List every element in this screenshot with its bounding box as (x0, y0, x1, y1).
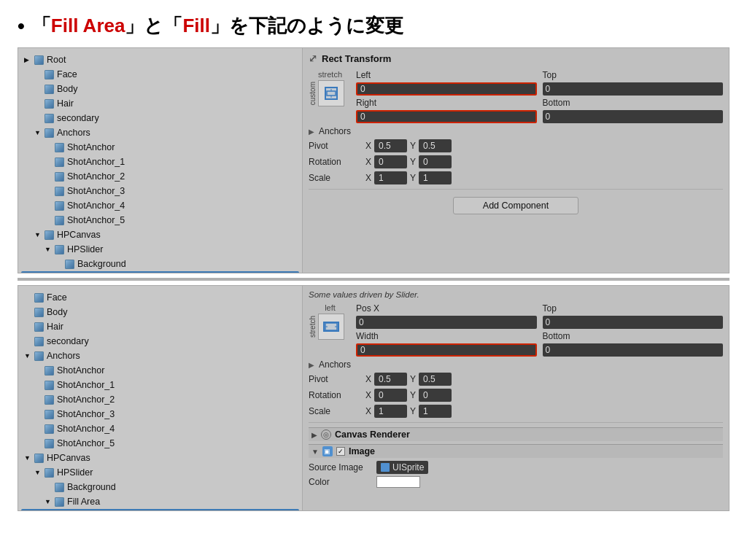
tree-item-face[interactable]: Face (18, 67, 302, 82)
scale-x-value[interactable]: 1 (374, 171, 407, 184)
tree-item-anchors[interactable]: ▼ Anchors (18, 125, 302, 140)
fields-grid-2: Pos X Top 0 0 Width Bottom 0 0 (356, 303, 723, 357)
cube-icon (63, 258, 75, 270)
rotation-x-value-2[interactable]: 0 (374, 389, 407, 402)
stretch-horiz-icon (325, 322, 338, 331)
tree-item2-secondary[interactable]: secondary (18, 334, 302, 349)
tree-item2-background[interactable]: Background (18, 480, 302, 494)
tree-item2-fill[interactable]: Fill (21, 509, 299, 510)
tree-item-shotanchor3[interactable]: ShotAnchor_3 (18, 184, 302, 198)
tree-item-fill-area[interactable]: ▶ Fill Area (21, 271, 299, 273)
hierarchy-tree-2: Face Body Hair se (18, 286, 302, 510)
color-label: Color (309, 477, 371, 487)
tree-item2-shotanchor1[interactable]: ShotAnchor_1 (18, 378, 302, 392)
tree-item-shotanchor4[interactable]: ShotAnchor_4 (18, 198, 302, 213)
arrow-icon: ▼ (34, 129, 42, 136)
pivot-x-value[interactable]: 0.5 (374, 139, 407, 152)
cube-icon (53, 171, 65, 182)
tree-item2-shotanchor4[interactable]: ShotAnchor_4 (18, 421, 302, 436)
tree-item-background[interactable]: Background (18, 257, 302, 271)
pivot-coord-group: X 0.5 Y 0.5 (365, 139, 452, 152)
cube-icon (33, 335, 44, 347)
tree-item2-anchors[interactable]: ▼ Anchors (18, 349, 302, 363)
left-label: Left (356, 70, 537, 80)
cube-icon (43, 69, 55, 80)
tree-item-hpcanvas[interactable]: ▼ HPCanvas (18, 228, 302, 242)
scale-x-label: X (365, 173, 371, 183)
scale-coord-group-2: X 1 Y 1 (365, 405, 452, 418)
tree-panel-2: Face Body Hair se (18, 286, 303, 510)
add-component-button[interactable]: Add Component (453, 197, 578, 214)
scale-y-label-2: Y (410, 406, 416, 416)
rotation-x-label-2: X (365, 390, 371, 400)
cube-icon (53, 156, 65, 168)
tree-item-body[interactable]: Body (18, 82, 302, 96)
tree-item-shotanchor[interactable]: ShotAnchor (18, 140, 302, 155)
rotation-x-label: X (365, 157, 371, 167)
tree-item2-hair[interactable]: Hair (18, 319, 302, 334)
uisprite-text: UISprite (392, 462, 424, 472)
cube-icon (33, 350, 44, 362)
scale-label-2: Scale (309, 406, 360, 416)
tree-item2-body[interactable]: Body (18, 305, 302, 319)
image-section-icon: ▣ (322, 446, 333, 456)
scale-x-value-2[interactable]: 1 (374, 405, 407, 418)
tree-item2-face[interactable]: Face (18, 290, 302, 305)
pivot-y-value[interactable]: 0.5 (419, 139, 452, 152)
right-value[interactable]: 0 (356, 110, 537, 123)
source-image-value[interactable]: UISprite (376, 461, 428, 474)
pivot-label-2: Pivot (309, 374, 360, 384)
fields-grid: Left Top 0 0 Right Bottom 0 0 (356, 70, 723, 123)
tree-item2-shotanchor3[interactable]: ShotAnchor_3 (18, 407, 302, 421)
top-label-2: Top (543, 303, 724, 314)
bottom-value-2[interactable]: 0 (543, 343, 724, 357)
tree-item-shotanchor1[interactable]: ShotAnchor_1 (18, 155, 302, 169)
image-section: ▼ ▣ ✓ Image (309, 444, 723, 458)
arrow-icon: ▼ (24, 454, 31, 462)
width-value[interactable]: 0 (356, 343, 537, 357)
top-value-2[interactable]: 0 (543, 316, 724, 329)
rotation-row-2: Rotation X 0 Y 0 (309, 389, 723, 402)
rotation-x-value[interactable]: 0 (374, 155, 407, 168)
image-label: Image (349, 446, 375, 456)
canvas-renderer-icon: ◎ (321, 429, 331, 440)
tree-label: ShotAnchor_3 (67, 186, 125, 196)
tree-item2-hpcanvas[interactable]: ▼ HPCanvas (18, 451, 302, 465)
pivot-y-label-2: Y (410, 374, 416, 384)
tree-item-shotanchor2[interactable]: ShotAnchor_2 (18, 169, 302, 184)
cube-icon (33, 54, 44, 66)
inspector-panel-1: ⤢ Rect Transform stretch custom (303, 48, 729, 273)
cube-icon (33, 292, 44, 303)
stretch-preset-box[interactable] (318, 80, 344, 106)
tree-item-hair[interactable]: Hair (18, 96, 302, 111)
tree-item-shotanchor5[interactable]: ShotAnchor_5 (18, 213, 302, 228)
tree-label: ShotAnchor_5 (57, 438, 115, 448)
rotation-y-value-2[interactable]: 0 (419, 389, 452, 402)
tree-item2-hpslider[interactable]: ▼ HPSlider (18, 465, 302, 480)
left-value[interactable]: 0 (356, 82, 537, 96)
tree-item-root[interactable]: ▶ Root (18, 52, 302, 67)
tree-label: ShotAnchor_5 (67, 215, 125, 225)
color-swatch[interactable] (376, 476, 420, 488)
tree-item2-shotanchor5[interactable]: ShotAnchor_5 (18, 436, 302, 451)
rotation-y-value[interactable]: 0 (419, 155, 452, 168)
tree-label: HPCanvas (57, 230, 101, 240)
pivot-x-value-2[interactable]: 0.5 (374, 373, 407, 386)
tree-item2-shotanchor2[interactable]: ShotAnchor_2 (18, 392, 302, 407)
tree-item2-fill-area[interactable]: ▼ Fill Area (18, 494, 302, 509)
color-row: Color (309, 476, 723, 488)
top-value[interactable]: 0 (543, 82, 724, 96)
tree-item2-shotanchor[interactable]: ShotAnchor (18, 363, 302, 378)
posx-value[interactable]: 0 (356, 316, 537, 329)
image-enabled-checkbox[interactable]: ✓ (336, 447, 345, 456)
scale-y-value[interactable]: 1 (419, 171, 452, 184)
tree-item-secondary[interactable]: secondary (18, 111, 302, 125)
pivot-y-value-2[interactable]: 0.5 (419, 373, 452, 386)
stretch-preset-box-2[interactable] (318, 314, 344, 340)
arrow-icon: ▼ (34, 231, 42, 238)
bottom-value[interactable]: 0 (543, 110, 724, 123)
scale-y-value-2[interactable]: 1 (419, 405, 452, 418)
custom-label: custom (309, 82, 317, 105)
arrow-icon: ▼ (44, 498, 52, 505)
tree-item-hpslider[interactable]: ▼ HPSlider (18, 242, 302, 257)
